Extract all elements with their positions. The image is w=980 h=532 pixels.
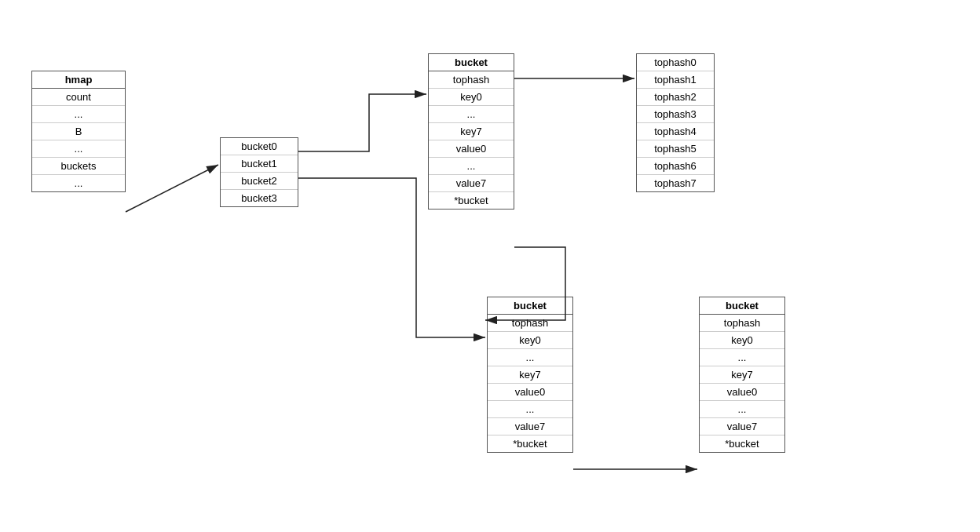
hmap-row-dots3: ...	[32, 175, 125, 191]
tophash-row2: tophash2	[637, 89, 714, 106]
diagram-container: hmap count ... B ... buckets ... bucket0…	[0, 0, 980, 532]
bucket-array-row3: bucket3	[221, 190, 298, 206]
bucket2-dots2: ...	[488, 401, 572, 418]
tophash-row5: tophash5	[637, 140, 714, 158]
hmap-row-dots2: ...	[32, 140, 125, 158]
bucket2-overflow: *bucket	[488, 435, 572, 452]
bucket2-value0: value0	[488, 384, 572, 401]
bucket-array-box: bucket0 bucket1 bucket2 bucket3	[220, 137, 298, 207]
bucket2-key7: key7	[488, 366, 572, 384]
tophash-array-box: tophash0 tophash1 tophash2 tophash3 toph…	[636, 53, 715, 192]
bucket2-value7: value7	[488, 418, 572, 435]
bucket3-value0: value0	[700, 384, 784, 401]
tophash-row6: tophash6	[637, 158, 714, 175]
tophash-row1: tophash1	[637, 71, 714, 89]
hmap-row-count: count	[32, 89, 125, 106]
hmap-title: hmap	[32, 71, 125, 89]
bucket1-title: bucket	[429, 54, 514, 71]
hmap-box: hmap count ... B ... buckets ...	[31, 71, 126, 192]
bucket2-box: bucket tophash key0 ... key7 value0 ... …	[487, 297, 573, 453]
bucket3-value7: value7	[700, 418, 784, 435]
bucket3-overflow: *bucket	[700, 435, 784, 452]
bucket3-dots2: ...	[700, 401, 784, 418]
bucket1-tophash: tophash	[429, 71, 514, 89]
bucket1-dots1: ...	[429, 106, 514, 123]
bucket-array-row2: bucket2	[221, 173, 298, 190]
tophash-row0: tophash0	[637, 54, 714, 71]
bucket3-dots1: ...	[700, 349, 784, 366]
hmap-row-buckets: buckets	[32, 158, 125, 175]
tophash-row4: tophash4	[637, 123, 714, 140]
arrow-hmap-to-bucketarray	[126, 165, 218, 212]
bucket3-key7: key7	[700, 366, 784, 384]
tophash-row3: tophash3	[637, 106, 714, 123]
bucket2-key0: key0	[488, 332, 572, 349]
bucket-array-row0: bucket0	[221, 138, 298, 155]
hmap-row-B: B	[32, 123, 125, 140]
bucket1-dots2: ...	[429, 158, 514, 175]
bucket1-value7: value7	[429, 175, 514, 192]
bucket1-overflow: *bucket	[429, 192, 514, 209]
bucket3-key0: key0	[700, 332, 784, 349]
arrow-bucket0-to-bucket1	[298, 94, 426, 151]
bucket3-box: bucket tophash key0 ... key7 value0 ... …	[699, 297, 785, 453]
bucket2-tophash: tophash	[488, 315, 572, 332]
hmap-row-dots1: ...	[32, 106, 125, 123]
bucket1-key7: key7	[429, 123, 514, 140]
tophash-row7: tophash7	[637, 175, 714, 191]
bucket1-key0: key0	[429, 89, 514, 106]
bucket2-dots1: ...	[488, 349, 572, 366]
bucket1-value0: value0	[429, 140, 514, 158]
bucket2-title: bucket	[488, 297, 572, 315]
bucket3-title: bucket	[700, 297, 784, 315]
bucket3-tophash: tophash	[700, 315, 784, 332]
bucket-array-row1: bucket1	[221, 155, 298, 173]
bucket1-box: bucket tophash key0 ... key7 value0 ... …	[428, 53, 514, 210]
